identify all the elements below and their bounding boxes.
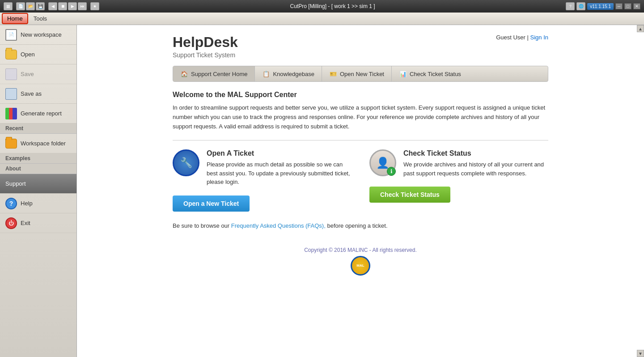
workspace-folder-icon — [5, 139, 17, 149]
nav-check-ticket-status-label: Check Ticket Status — [410, 71, 461, 77]
faq-text: Be sure to browse our — [173, 222, 229, 229]
nav-open-new-ticket[interactable]: 🎫 Open New Ticket — [322, 66, 392, 81]
title-bar-left: ▦ 📄 📂 💾 ◀ ⏹ ▶ ⏭ ★ — [4, 2, 99, 10]
help-label: Help — [21, 200, 33, 207]
toolbar-btn-4[interactable]: ◀ — [48, 2, 57, 10]
helpdesk-container: HelpDesk Support Ticket System Guest Use… — [159, 25, 562, 292]
sidebar-item-generate-report[interactable]: Generate report — [0, 104, 76, 123]
card-check-status: 👤 ℹ Check Ticket Status We provide archi… — [369, 149, 548, 212]
sidebar-item-help[interactable]: ? Help — [0, 194, 76, 213]
faq-link[interactable]: Frequently Asked Questions (FAQs), — [231, 222, 326, 229]
sign-in-link[interactable]: Sign In — [530, 34, 548, 41]
menu-tools[interactable]: Tools — [29, 14, 51, 23]
toolbar-btn-3[interactable]: 💾 — [36, 2, 45, 10]
toolbar-btn-5[interactable]: ⏹ — [58, 2, 67, 10]
menu-bar: Home Tools — [0, 13, 644, 25]
sidebar-item-support[interactable]: Support — [0, 174, 76, 194]
toolbar-btn-2[interactable]: 📂 — [26, 2, 35, 10]
sidebar-item-save[interactable]: Save — [0, 64, 76, 84]
home-icon: 🏠 — [180, 70, 188, 78]
footer-copyright: Copyright © 2016 MALINC - All rights res… — [180, 247, 541, 253]
card-open-ticket-text: Please provide as much detail as possibl… — [207, 160, 352, 187]
card-open-ticket-title: Open A Ticket — [207, 149, 352, 157]
card-open-ticket-content: Open A Ticket Please provide as much det… — [207, 149, 352, 187]
generate-report-label: Generate report — [21, 110, 62, 117]
save-as-label: Save as — [21, 90, 42, 97]
nav-knowledgebase[interactable]: 📋 Knowledgebase — [255, 66, 322, 81]
support-label: Support — [5, 180, 26, 187]
sidebar-section-recent: Recent — [0, 123, 76, 134]
save-icon — [5, 68, 17, 80]
language-btn[interactable]: 🌐 — [576, 2, 585, 10]
new-workspace-label: New workspace — [21, 31, 62, 38]
check-ticket-status-button[interactable]: Check Ticket Status — [369, 187, 450, 203]
card-check-status-text: We provide archives and history of all y… — [403, 160, 548, 178]
save-label: Save — [21, 71, 34, 77]
scroll-arrow-up[interactable]: ▲ — [637, 25, 644, 32]
open-ticket-icon: 🔧 — [173, 149, 199, 176]
title-bar-right: ? 🌐 v11.1.15.1 ─ □ ✕ — [566, 2, 640, 10]
toolbar-btn-6[interactable]: ▶ — [68, 2, 77, 10]
open-icon — [5, 50, 17, 60]
sidebar-item-exit[interactable]: ⏻ Exit — [0, 213, 76, 233]
open-label: Open — [21, 51, 35, 58]
help-btn[interactable]: ? — [566, 2, 575, 10]
menu-home[interactable]: Home — [2, 13, 28, 24]
sidebar-item-open[interactable]: Open — [0, 45, 76, 64]
welcome-title: Welcome to the MAL Support Center — [173, 91, 548, 99]
close-btn[interactable]: ✕ — [633, 3, 640, 9]
minimize-btn[interactable]: ─ — [615, 3, 623, 9]
book-icon: 📋 — [262, 70, 270, 78]
open-new-ticket-button[interactable]: Open a New Ticket — [173, 196, 250, 212]
nav-support-center-home[interactable]: 🏠 Support Center Home — [173, 66, 255, 81]
nav-knowledgebase-label: Knowledgebase — [273, 71, 314, 77]
toolbar-btn-8[interactable]: ★ — [90, 2, 99, 10]
cards-row: 🔧 Open A Ticket Please provide as much d… — [173, 149, 548, 212]
sidebar-section-examples: Examples — [0, 153, 76, 164]
helpdesk-title: HelpDesk — [173, 34, 238, 51]
status-badge-icon: ℹ — [387, 167, 396, 176]
title-bar: ▦ 📄 📂 💾 ◀ ⏹ ▶ ⏭ ★ CutPro [Milling] - [ w… — [0, 0, 644, 13]
card-check-status-title: Check Ticket Status — [403, 149, 548, 157]
sidebar-item-workspace-folder[interactable]: Workspace folder — [0, 134, 76, 153]
help-icon: ? — [5, 198, 17, 209]
sidebar-item-new-workspace[interactable]: 📄 New workspace — [0, 25, 76, 45]
main-layout: 📄 New workspace Open Save Save as Genera… — [0, 25, 644, 357]
helpdesk-nav: 🏠 Support Center Home 📋 Knowledgebase 🎫 … — [173, 66, 548, 82]
footer-logo: MAL — [351, 256, 370, 276]
nav-open-new-ticket-label: Open New Ticket — [340, 71, 384, 77]
card-check-status-content: Check Ticket Status We provide archives … — [403, 149, 548, 178]
helpdesk-branding: HelpDesk Support Ticket System — [173, 34, 238, 59]
card-check-status-header: 👤 ℹ Check Ticket Status We provide archi… — [369, 149, 548, 178]
helpdesk-subtitle: Support Ticket System — [173, 51, 238, 59]
nav-check-ticket-status[interactable]: 📊 Check Ticket Status — [392, 66, 468, 81]
sidebar-item-save-as[interactable]: Save as — [0, 84, 76, 104]
workspace-folder-label: Workspace folder — [21, 140, 66, 147]
report-icon — [5, 108, 17, 119]
window-title: CutPro [Milling] - [ work 1 >> sim 1 ] — [290, 3, 375, 9]
faq-line: Be sure to browse our Frequently Asked Q… — [173, 222, 548, 229]
app-icon[interactable]: ▦ — [4, 2, 13, 10]
footer: Copyright © 2016 MALINC - All rights res… — [173, 240, 548, 283]
check-status-icon: 👤 ℹ — [369, 149, 396, 176]
sidebar-section-about: About — [0, 164, 76, 174]
exit-icon: ⏻ — [5, 217, 17, 229]
sidebar: 📄 New workspace Open Save Save as Genera… — [0, 25, 77, 357]
helpdesk-header: HelpDesk Support Ticket System Guest Use… — [173, 34, 548, 59]
faq-text2: before opening a ticket. — [327, 222, 387, 229]
guest-user-label: Guest User | — [496, 34, 529, 41]
toolbar-btn-1[interactable]: 📄 — [16, 2, 25, 10]
new-workspace-icon: 📄 — [5, 29, 17, 41]
status-icon: 📊 — [399, 70, 407, 78]
card-open-ticket: 🔧 Open A Ticket Please provide as much d… — [173, 149, 352, 212]
card-open-ticket-header: 🔧 Open A Ticket Please provide as much d… — [173, 149, 352, 187]
scroll-arrow-down[interactable]: ▼ — [637, 350, 644, 357]
save-as-icon — [5, 88, 17, 100]
toolbar-btn-7[interactable]: ⏭ — [78, 2, 87, 10]
divider — [173, 140, 548, 140]
ticket-icon: 🎫 — [329, 70, 337, 78]
exit-label: Exit — [21, 220, 30, 226]
helpdesk-user-area: Guest User | Sign In — [496, 34, 548, 41]
nav-support-center-home-label: Support Center Home — [191, 71, 247, 77]
maximize-btn[interactable]: □ — [624, 3, 631, 9]
